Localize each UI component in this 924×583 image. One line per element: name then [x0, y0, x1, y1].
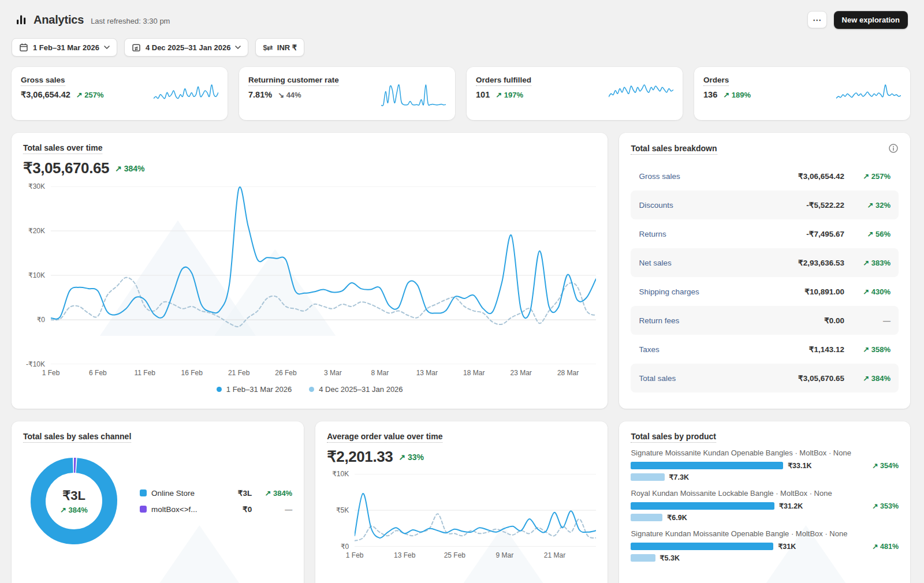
product-previous-bar-row: ₹6.9K — [631, 513, 899, 522]
dashboard-grid: Total sales over time ₹3,05,670.65 ↗ 384… — [12, 133, 910, 583]
metric-value: ₹1,143.12 — [809, 345, 844, 354]
analytics-page: Analytics Last refreshed: 3:30 pm ⋯ New … — [0, 0, 924, 583]
date-range-picker[interactable]: 1 Feb–31 Mar 2026 — [12, 38, 117, 57]
average-order-value-card: Average order value over time ₹2,201.33 … — [315, 421, 608, 583]
currency-selector[interactable]: $⇄ INR ₹ — [255, 38, 304, 57]
compare-calendar-icon — [132, 43, 141, 52]
metric-value: -₹7,495.67 — [806, 229, 844, 238]
legend-previous-period: 4 Dec 2025–31 Jan 2026 — [309, 385, 403, 394]
metric-link-discounts[interactable]: Discounts — [639, 201, 806, 210]
page-title: Analytics — [33, 13, 84, 27]
kpi-title: Gross sales — [21, 76, 65, 86]
metric-delta: ↗ 384% — [852, 374, 891, 383]
analytics-bars-icon — [16, 14, 27, 25]
bar-value: ₹7.3K — [669, 473, 689, 481]
sales-by-product-card: Total sales by product Signature Moissan… — [619, 421, 910, 583]
kpi-title: Orders — [703, 76, 729, 86]
channel-value: ₹3L — [238, 488, 252, 498]
metric-delta: ↗ 358% — [852, 345, 891, 354]
breakdown-row: Total sales₹3,05,670.65↗ 384% — [631, 364, 899, 393]
metric-link-returns[interactable]: Returns — [639, 230, 806, 238]
filter-bar: 1 Feb–31 Mar 2026 4 Dec 2025–31 Jan 2026… — [12, 38, 910, 57]
previous-period-bar — [631, 554, 655, 562]
header: Analytics Last refreshed: 3:30 pm ⋯ New … — [12, 8, 910, 31]
ellipsis-icon: ⋯ — [813, 15, 821, 25]
channel-delta: — — [256, 505, 292, 514]
kpi-card-gross-sales[interactable]: Gross sales ₹3,06,654.42↗ 257% — [12, 67, 228, 120]
previous-period-bar — [631, 514, 662, 521]
kpi-value: 136 — [703, 90, 717, 99]
current-period-bar — [631, 502, 774, 510]
new-exploration-button[interactable]: New exploration — [834, 11, 908, 29]
current-period-bar — [631, 462, 783, 469]
metric-link-return-fees[interactable]: Return fees — [639, 316, 824, 325]
kpi-card-orders-fulfilled[interactable]: Orders fulfilled 101↗ 197% — [467, 67, 683, 120]
legend-dot-icon — [217, 387, 222, 392]
metric-link-total-sales[interactable]: Total sales — [639, 374, 798, 383]
channel-value: ₹0 — [243, 504, 252, 514]
metric-value: ₹10,891.00 — [804, 287, 844, 296]
metric-link-shipping-charges[interactable]: Shipping charges — [639, 287, 804, 296]
channel-legend-row: moltBox<>f... ₹0 — — [140, 504, 292, 514]
breakdown-row: Net sales₹2,93,636.53↗ 383% — [631, 248, 899, 277]
legend-label: 4 Dec 2025–31 Jan 2026 — [319, 385, 403, 394]
product-current-bar-row: ₹31.2K ↗ 353% — [631, 502, 899, 510]
product-current-bar-row: ₹31K ↗ 481% — [631, 542, 899, 551]
compare-range-label: 4 Dec 2025–31 Jan 2026 — [146, 43, 230, 52]
breakdown-row: Shipping charges₹10,891.00↗ 430% — [631, 277, 899, 306]
product-current-bar-row: ₹33.1K ↗ 354% — [631, 461, 899, 470]
breakdown-row: Returns-₹7,495.67↗ 56% — [631, 219, 899, 248]
legend-dot-icon — [309, 387, 314, 392]
compare-range-picker[interactable]: 4 Dec 2025–31 Jan 2026 — [124, 38, 248, 57]
product-item: Royal Kundan Moissanite Lockable Bangle … — [631, 489, 899, 522]
sparkline-returning-customer-rate — [381, 83, 446, 106]
more-actions-button[interactable]: ⋯ — [807, 11, 827, 28]
bar-value: ₹33.1K — [788, 461, 811, 470]
metric-delta: ↗ 383% — [852, 259, 891, 267]
chart-legend: 1 Feb–31 Mar 2026 4 Dec 2025–31 Jan 2026 — [23, 385, 596, 394]
aov-delta: ↗ 33% — [398, 453, 424, 462]
bar-value: ₹31.2K — [779, 502, 803, 510]
channel-delta: ↗ 384% — [256, 489, 292, 498]
chevron-down-icon — [104, 46, 110, 50]
breakdown-row: Discounts-₹5,522.22↗ 32% — [631, 190, 899, 219]
total-sales-line-chart: ₹30K₹20K₹10K₹0-₹10K1 Feb6 Feb11 Feb16 Fe… — [23, 186, 596, 378]
aov-line-chart: ₹10K₹5K₹01 Feb13 Feb25 Feb9 Mar21 Mar — [327, 474, 596, 560]
total-sales-title-link[interactable]: Total sales over time — [23, 143, 102, 154]
channel-title-link[interactable]: Total sales by sales channel — [23, 432, 131, 443]
bar-value: ₹5.3K — [660, 554, 680, 562]
metric-link-taxes[interactable]: Taxes — [639, 345, 808, 354]
aov-title-link[interactable]: Average order value over time — [327, 432, 442, 443]
product-name: Signature Kundan Moissanite Openable Ban… — [631, 529, 899, 538]
product-delta: ↗ 353% — [872, 502, 899, 510]
last-refreshed: Last refreshed: 3:30 pm — [91, 17, 170, 25]
kpi-row: Gross sales ₹3,06,654.42↗ 257% Returning… — [12, 67, 910, 120]
product-name: Signature Moissanite Kundan Openable Ban… — [631, 449, 899, 457]
channel-legend: Online Store ₹3L ↗ 384% moltBox<>f... ₹0… — [140, 481, 292, 521]
breakdown-title: Total sales breakdown — [631, 144, 717, 155]
kpi-title: Orders fulfilled — [476, 76, 531, 86]
metric-link-net-sales[interactable]: Net sales — [639, 259, 798, 267]
total-sales-breakdown-card: Total sales breakdown Gross sales₹3,06,6… — [619, 133, 910, 409]
metric-delta: — — [852, 316, 891, 325]
total-sales-over-time-card: Total sales over time ₹3,05,670.65 ↗ 384… — [12, 133, 608, 409]
kpi-card-returning-customer-rate[interactable]: Returning customer rate 7.81%↘ 44% — [239, 67, 455, 120]
legend-current-period: 1 Feb–31 Mar 2026 — [217, 385, 292, 394]
products-title-link[interactable]: Total sales by product — [631, 432, 716, 443]
currency-exchange-icon: $⇄ — [263, 43, 272, 52]
product-delta: ↗ 481% — [872, 542, 899, 551]
metric-link-gross-sales[interactable]: Gross sales — [639, 172, 798, 181]
info-icon[interactable] — [888, 143, 899, 154]
product-item: Signature Moissanite Kundan Openable Ban… — [631, 449, 899, 481]
kpi-delta: ↗ 257% — [76, 91, 104, 99]
product-delta: ↗ 354% — [872, 461, 899, 470]
bar-value: ₹31K — [778, 542, 796, 551]
metric-value: ₹3,05,670.65 — [798, 373, 844, 383]
total-sales-value: ₹3,05,670.65 — [23, 159, 109, 177]
product-item: Signature Kundan Moissanite Openable Ban… — [631, 529, 899, 562]
current-period-bar — [631, 543, 773, 550]
bottom-left-cards: Total sales by sales channel ₹3L ↗ 384% … — [12, 421, 608, 583]
kpi-delta: ↗ 197% — [495, 91, 523, 99]
kpi-card-orders[interactable]: Orders 136↗ 189% — [694, 67, 910, 120]
legend-label: 1 Feb–31 Mar 2026 — [226, 385, 292, 394]
